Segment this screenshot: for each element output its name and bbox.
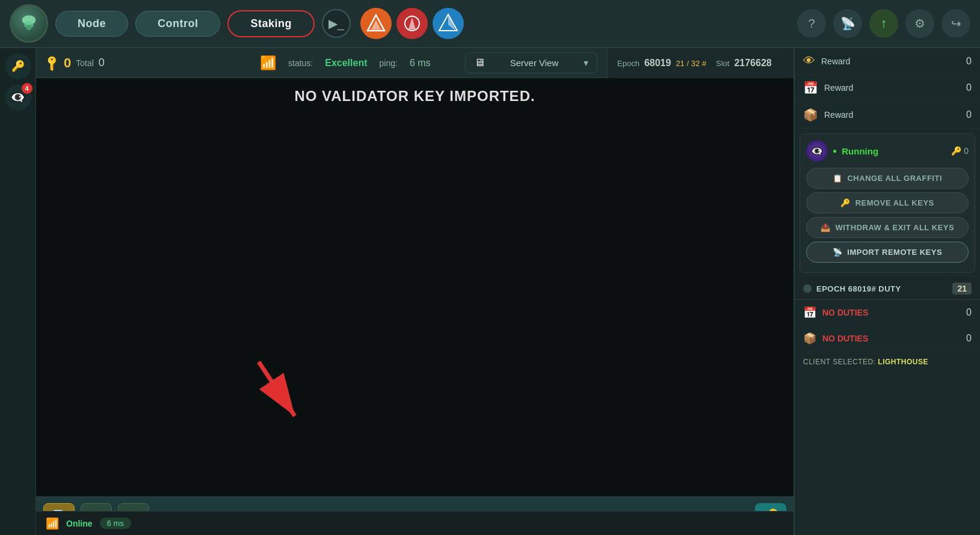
slot-number: 2176628 (734, 58, 771, 69)
duty-header-dot (803, 284, 812, 293)
import-remote-keys-button[interactable]: 📡 IMPORT REMOTE KEYS (806, 242, 969, 263)
reward-label-0: Reward (821, 57, 960, 66)
server-view-label: Server View (510, 58, 559, 68)
svg-line-10 (259, 362, 295, 416)
import-label: IMPORT REMOTE KEYS (847, 248, 942, 257)
running-dot: ● (833, 147, 837, 155)
online-status-text: Online (66, 519, 93, 528)
epoch-fraction: 21 / 32 # (676, 59, 706, 68)
help-button[interactable]: ? (797, 9, 826, 38)
beacon-icon: 📡 (840, 16, 855, 31)
main-layout: 🔑 👁‍🗨 4 🔑 0 Total 0 📶 status: Excellent … (0, 48, 980, 535)
total-label: Total (76, 58, 94, 68)
epoch-label: Epoch (617, 59, 639, 68)
reward-value-0: 0 (966, 56, 972, 67)
duty-count-0: 0 (966, 307, 972, 318)
client-name: LIGHTHOUSE (878, 358, 928, 366)
server-view-icon: 🖥 (474, 57, 485, 69)
validator-status-header: 👁‍🗨 ● Running 🔑 0 (806, 140, 969, 162)
reward-value-2: 0 (966, 109, 972, 120)
help-icon: ? (808, 17, 815, 31)
remove-keys-label: REMOVE ALL KEYS (855, 198, 934, 207)
app-logo[interactable] (10, 4, 48, 43)
status-bar: 🔑 0 Total 0 📶 status: Excellent ping: 6 … (36, 48, 607, 78)
graffiti-icon: 📋 (833, 174, 843, 183)
bottom-ping-badge: 6 ms (100, 518, 131, 529)
status-excellent: Excellent (325, 58, 367, 69)
node-tab[interactable]: Node (55, 11, 128, 37)
remove-keys-button[interactable]: 🔑 REMOVE ALL KEYS (806, 192, 969, 213)
slot-label: Slot (716, 59, 729, 68)
left-sidebar: 🔑 👁‍🗨 4 (0, 48, 36, 535)
withdraw-button[interactable]: 📤 WITHDRAW & EXIT ALL KEYS (806, 217, 969, 238)
validator-avatar-icon: 👁‍🗨 (811, 145, 823, 157)
key-status-icon: 🔑 (43, 54, 61, 72)
key-total-count: 0 (64, 55, 71, 71)
reward-label-1: Reward (824, 83, 960, 93)
sidebar-icon-user[interactable]: 👁‍🗨 4 (5, 84, 31, 111)
reward-eye-icon: 👁 (803, 54, 815, 68)
reward-row-0: 👁 Reward 0 (795, 48, 980, 75)
brand-icons (360, 8, 464, 39)
epoch-bar: Epoch 68019 21 / 32 # Slot 2176628 (607, 48, 794, 78)
server-view-dropdown[interactable]: 🖥 Server View ▾ (465, 52, 597, 73)
update-button[interactable]: ↑ (869, 9, 898, 38)
online-wifi-icon: 📶 (46, 517, 59, 530)
duty-count-1: 0 (966, 333, 972, 344)
exit-icon: ↪ (951, 16, 961, 31)
duty-header: EPOCH 68019# DUTY 21 (795, 278, 980, 300)
no-duties-label-0: NO DUTIES (822, 308, 960, 317)
terminal-button[interactable]: ▶_ (322, 9, 351, 38)
settings-button[interactable]: ⚙ (905, 9, 934, 38)
key-sidebar-icon: 🔑 (11, 60, 25, 73)
sidebar-badge: 4 (22, 83, 32, 94)
remove-keys-icon: 🔑 (840, 198, 851, 207)
key-count-value: 0 (964, 146, 969, 156)
brand-icon-red[interactable] (396, 8, 428, 39)
total-num: 0 (99, 57, 105, 69)
bottom-status-bar: 📶 Online 6 ms (36, 511, 794, 535)
status-left: 🔑 0 Total 0 (46, 55, 238, 71)
status-text-label: status: (288, 58, 313, 68)
validator-avatar: 👁‍🗨 (806, 140, 828, 162)
epoch-number: 68019 (644, 58, 671, 69)
duty-epoch-badge: 21 (952, 283, 972, 295)
import-icon: 📡 (833, 248, 843, 257)
exit-button[interactable]: ↪ (941, 9, 970, 38)
center-content: 🔑 0 Total 0 📶 status: Excellent ping: 6 … (36, 48, 794, 535)
duty-cube-icon: 📦 (803, 332, 816, 345)
reward-row-1: 📅 Reward 0 (795, 75, 980, 102)
key-count-badge: 🔑 0 (951, 146, 969, 156)
withdraw-label: WITHDRAW & EXIT ALL KEYS (835, 223, 954, 232)
settings-icon: ⚙ (914, 16, 925, 31)
change-graffiti-button[interactable]: 📋 CHANGE ALL GRAFFITI (806, 168, 969, 189)
top-nav: Node Control Staking ▶_ ? 📡 ↑ ⚙ ↪ (0, 0, 980, 48)
right-panel: 👁 Reward 0 📅 Reward 0 📦 Reward 0 👁‍🗨 (794, 48, 980, 535)
update-icon: ↑ (881, 16, 887, 31)
reward-calendar-icon: 📅 (803, 81, 818, 95)
sidebar-icon-key[interactable]: 🔑 (5, 53, 31, 79)
duty-row-1: 📦 NO DUTIES 0 (795, 326, 980, 352)
running-text: Running (842, 146, 878, 156)
insert-key-arrow (247, 356, 319, 436)
terminal-icon: ▶_ (328, 16, 344, 31)
server-view-chevron-icon: ▾ (584, 57, 588, 69)
reward-label-2: Reward (824, 110, 960, 120)
reward-cube-icon: 📦 (803, 108, 818, 122)
brand-icon-orange[interactable] (360, 8, 392, 39)
svg-point-2 (26, 25, 31, 30)
brand-icon-blue[interactable] (433, 8, 464, 39)
rewards-section: 👁 Reward 0 📅 Reward 0 📦 Reward 0 (795, 48, 980, 129)
beacon-button[interactable]: 📡 (833, 9, 862, 38)
main-area: NO VALIDATOR KEY IMPORTED. (36, 78, 794, 497)
ping-value: 6 ms (410, 58, 431, 69)
duty-epoch-label: EPOCH 68019# DUTY (816, 284, 901, 293)
client-selected-row: CLIENT SELECTED: LIGHTHOUSE (795, 352, 980, 372)
duty-row-0: 📅 NO DUTIES 0 (795, 300, 980, 326)
reward-value-1: 0 (966, 82, 972, 93)
control-tab[interactable]: Control (135, 11, 220, 37)
withdraw-icon: 📤 (821, 223, 831, 232)
wifi-icon: 📶 (260, 55, 276, 71)
staking-tab[interactable]: Staking (227, 10, 315, 37)
svg-marker-6 (408, 17, 416, 29)
